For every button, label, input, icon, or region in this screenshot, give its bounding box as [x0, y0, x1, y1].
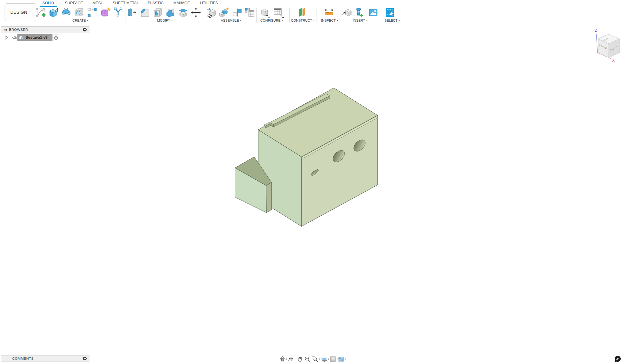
select-tool-icon[interactable] — [384, 7, 396, 18]
group-insert-dropdown[interactable]: INSERT▾ — [353, 19, 367, 22]
minimize-panel-icon[interactable] — [83, 28, 87, 31]
tab-solid[interactable]: SOLID — [40, 0, 57, 7]
browser-item-sestava1[interactable]: Sestava1 v9 — [17, 34, 52, 41]
viewports-icon[interactable] — [338, 356, 345, 362]
group-assemble-dropdown[interactable]: ASSEMBLE▾ — [221, 19, 241, 22]
tab-label: UTILITIES — [200, 1, 218, 5]
collapse-panel-icon[interactable]: ◀◀ — [4, 28, 7, 31]
chevron-down-icon: ▾ — [399, 19, 400, 22]
viewcube[interactable]: TOP FRONT RIGHT Z X — [594, 27, 625, 64]
group-create-dropdown[interactable]: CREATE▾ — [72, 19, 88, 22]
add-comment-icon[interactable] — [83, 357, 87, 360]
comments-panel-header[interactable]: COMMENTS — [1, 355, 89, 362]
component-list-icon[interactable] — [244, 7, 255, 18]
workspace-switcher-button[interactable]: DESIGN ▾ — [5, 3, 36, 21]
group-modify-dropdown[interactable]: MODIFY▾ — [157, 19, 173, 22]
pan-icon[interactable] — [297, 356, 304, 362]
group-inspect-dropdown[interactable]: INSPECT▾ — [321, 19, 338, 22]
split-body-icon[interactable] — [177, 7, 189, 18]
insert-derive-icon[interactable] — [341, 7, 353, 18]
zoom-dropdown-caret[interactable]: ▾ — [318, 356, 321, 362]
pipe-icon[interactable] — [112, 7, 124, 18]
toolbar-separator — [316, 8, 316, 23]
revolve-icon[interactable] — [60, 7, 72, 18]
hole-icon[interactable] — [74, 7, 85, 18]
measure-icon[interactable] — [323, 7, 335, 18]
create-form-icon[interactable] — [99, 7, 111, 18]
group-configure-dropdown[interactable]: CONFIGURE▾ — [260, 19, 283, 22]
group-label: CREATE — [72, 19, 86, 22]
shell-icon[interactable] — [152, 7, 164, 18]
tab-label: MANAGE — [173, 1, 190, 5]
chevron-down-icon: ▾ — [313, 19, 315, 22]
chevron-down-icon: ▾ — [87, 19, 88, 22]
extrude-icon[interactable] — [48, 7, 59, 18]
tab-label: SHEET METAL — [113, 1, 139, 5]
look-at-icon[interactable] — [287, 356, 294, 362]
press-pull-icon[interactable] — [126, 7, 138, 18]
offset-plane-icon[interactable] — [296, 7, 308, 18]
z-axis-line — [596, 34, 598, 53]
create-sketch-icon[interactable] — [35, 7, 47, 18]
move-copy-icon[interactable] — [190, 7, 202, 18]
tab-label: SOLID — [42, 1, 54, 5]
fillet-icon[interactable] — [139, 7, 151, 18]
group-construct-dropdown[interactable]: CONSTRUCT▾ — [291, 19, 315, 22]
group-select-dropdown[interactable]: SELECT▾ — [385, 19, 400, 22]
combine-icon[interactable] — [164, 7, 176, 18]
display-settings-icon[interactable] — [321, 356, 328, 362]
group-label: CONFIGURE — [260, 19, 280, 22]
fit-zoom-window-icon[interactable] — [312, 356, 318, 362]
configuration-icon[interactable] — [259, 7, 271, 18]
expand-arrow-icon[interactable] — [5, 35, 9, 39]
browser-item-label: Sestava1 v9 — [26, 35, 48, 40]
tab-label: PLASTIC — [148, 1, 164, 5]
toolbar-separator — [289, 8, 290, 23]
viewport-3d-model[interactable] — [214, 76, 403, 241]
group-label: CONSTRUCT — [291, 19, 312, 22]
tab-label: SURFACE — [65, 1, 83, 5]
chevron-down-icon: ▾ — [337, 19, 338, 22]
activate-component-radio[interactable] — [53, 34, 59, 41]
help-chat-bubble[interactable] — [613, 355, 621, 363]
chevron-down-icon: ▾ — [366, 19, 367, 22]
toolbar-separator — [381, 8, 381, 23]
joint-icon[interactable] — [218, 7, 229, 18]
tab-sheet-metal[interactable]: SHEET METAL — [110, 0, 142, 6]
new-component-icon[interactable] — [206, 7, 218, 18]
configuration-table-icon[interactable] — [273, 7, 284, 18]
group-label: ASSEMBLE — [221, 19, 239, 22]
insert-canvas-icon[interactable] — [367, 7, 379, 18]
as-built-joint-icon[interactable] — [231, 7, 243, 18]
x-axis-label: X — [612, 58, 615, 63]
tab-surface[interactable]: SURFACE — [62, 0, 85, 6]
rectangular-pattern-icon[interactable] — [86, 7, 98, 18]
chevron-down-icon: ▾ — [172, 19, 173, 22]
toolbar-separator — [256, 8, 257, 23]
group-label: SELECT — [385, 19, 398, 22]
tab-label: MESH — [92, 1, 103, 5]
toolbar-separator — [204, 8, 204, 23]
zoom-icon[interactable] — [304, 356, 311, 362]
insert-fastener-icon[interactable] — [353, 7, 364, 18]
group-label: INSPECT — [321, 19, 336, 22]
z-axis-label: Z — [595, 28, 597, 33]
comments-panel-title: COMMENTS — [12, 357, 34, 360]
browser-panel-header[interactable]: ◀◀ BROWSER — [1, 26, 89, 33]
ribbon-toolbar: DESIGN ▾ SOLID SURFACE MESH SHEET METAL … — [0, 0, 625, 25]
grid-snap-icon[interactable] — [330, 356, 336, 362]
group-label: MODIFY — [157, 19, 170, 22]
workspace-label: DESIGN — [10, 10, 27, 15]
tab-manage[interactable]: MANAGE — [171, 0, 193, 6]
tab-mesh[interactable]: MESH — [90, 0, 106, 6]
component-icon — [18, 35, 24, 40]
toolbar-separator — [125, 8, 125, 23]
tab-plastic[interactable]: PLASTIC — [145, 0, 166, 6]
visibility-eye-icon[interactable] — [12, 35, 18, 40]
viewports-dropdown-caret[interactable]: ▾ — [344, 356, 347, 362]
toolbar-separator — [340, 8, 340, 23]
model-block-side-face[interactable] — [266, 182, 272, 213]
chevron-down-icon: ▾ — [282, 19, 283, 22]
tab-utilities[interactable]: UTILITIES — [197, 0, 221, 6]
chevron-down-icon: ▾ — [29, 11, 31, 13]
